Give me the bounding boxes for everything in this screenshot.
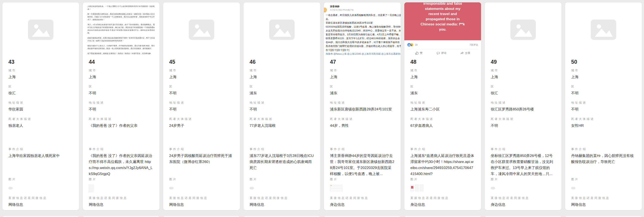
field-label-address: 地址描述 [250,101,314,105]
next-row-card[interactable] [404,216,481,217]
field-label-image: 图片 [250,177,314,181]
field-value-address: 浦东新区唐镇创新西路28弄24号101室 [330,106,395,112]
card-fields: 49 城市上海 区徐汇 地址描述徐汇区罗秀路850弄26号楼 死者大体描述不明 … [485,59,562,208]
weibo-mentions: 海发布 @News上海 @上海12345 @上海市市民信箱 @上海市志愿者协会 [326,52,401,56]
image-placeholder-icon [591,19,616,40]
field-label-direct: 直接信息还是间接信息 [89,196,154,200]
record-card-43[interactable]: 43 城市上海 区徐汇 地址描述华欣家园 死者大体描述独居老人 事件介绍上海华欣… [2,2,79,210]
field-label-city: 城市 [250,68,314,72]
next-row-card[interactable] [2,216,79,217]
next-row-card[interactable] [565,216,642,217]
next-row-card[interactable] [163,216,240,217]
image-thumbnail [8,187,13,190]
field-label-deceased: 死者大体描述 [8,117,73,121]
record-card-49[interactable]: 49 城市上海 区徐汇 地址描述徐汇区罗秀路850弄26号楼 死者大体描述不明 … [484,2,562,210]
field-label-district: 区 [8,85,73,88]
field-value-direct: 身边信息 [491,202,556,208]
post-reactions-row: 19 7条评论 [404,40,481,49]
field-value-city: 上海 [330,74,395,80]
field-value-event: 24岁男子因核酸而延误治疗而猝死于浦东医院（微博@红茶260） [169,153,234,165]
field-label-image: 图片 [410,177,475,181]
next-row-card[interactable] [82,216,160,217]
image-thumbnail [420,185,423,192]
record-number: 49 [491,59,556,68]
record-card-45[interactable]: 45 城市上海 区不明 地址描述不明 死者大体描述24岁男子 事件介绍24岁男子… [163,2,240,210]
field-label-deceased: 死者大体描述 [571,117,636,121]
field-value-direct: 网络信息 [89,202,154,208]
field-label-deceased: 死者大体描述 [491,117,556,121]
field-label-city: 城市 [89,68,154,72]
card-cover-weibo-screenshot: 茶香禅静 4-2 02:31 来自 iPhone客户端 一名志愿者，昨日我投入路… [324,2,401,57]
field-label-deceased: 死者大体描述 [330,117,395,121]
image-thumbnail [491,187,495,190]
field-value-deceased: 独居老人 [8,123,73,129]
field-label-city: 城市 [169,68,234,72]
field-value-deceased: 44岁，男性 [330,123,395,129]
weibo-username: 茶香禅静 [330,5,401,8]
field-value-deceased: 77岁老人沈瑞根 [250,123,314,129]
image-thumbnail [169,187,174,190]
field-label-event: 事件介绍 [571,147,636,151]
record-card-50[interactable]: 50 城市上海 区不明 地址描述不明 死者大体描述女性HR 事件介绍丹纳赫集团的… [565,2,642,210]
comment-count: 7条评论 [470,43,478,46]
field-value-address: 华欣家园 [8,106,73,112]
card-fields: 46 城市上海 区浦东 地址描述不明 死者大体描述77岁老人沈瑞根 事件介绍浦东… [244,59,320,208]
field-label-address: 地址描述 [330,101,395,105]
gallery-row: 43 城市上海 区徐汇 地址描述华欣家园 死者大体描述独居老人 事件介绍上海华欣… [2,2,642,210]
next-row-card[interactable] [243,216,320,217]
field-label-image: 图片 [330,177,395,181]
card-cover [163,2,240,57]
field-value-direct: 身边信息 [330,202,395,208]
next-row-card[interactable] [484,216,562,217]
field-label-deceased: 死者大体描述 [89,117,154,121]
record-card-48[interactable]: irresponsible and falsestatements about … [404,2,481,210]
field-label-city: 城市 [330,68,395,72]
field-value-district: 不明 [169,90,234,96]
field-label-image: 图片 [491,177,556,181]
field-value-deceased: 67岁血透病人 [410,123,475,129]
record-number: 46 [250,59,314,68]
field-value-district: 徐汇 [491,90,556,96]
image-placeholder-icon [189,19,214,40]
card-cover [485,2,562,57]
field-value-address: 不明 [250,106,314,112]
field-value-district: 不明 [89,90,154,96]
card-cover [565,2,642,57]
field-label-deceased: 死者大体描述 [169,117,234,121]
image-thumbnail [410,185,414,192]
card-cover-article-screenshot: 人都没有这样的机会。一个病人需要几十个人的同时帮助和关怀才有可能获得一丝的机会！… [83,2,160,57]
record-card-47[interactable]: 茶香禅静 4-2 02:31 来自 iPhone客户端 一名志愿者，昨日我投入路… [324,2,401,210]
field-label-deceased: 死者大体描述 [410,117,475,121]
record-card-46[interactable]: 46 城市上海 区浦东 地址描述不明 死者大体描述77岁老人沈瑞根 事件介绍浦东… [243,2,320,210]
card-cover-post-screenshot: irresponsible and falsestatements about … [404,2,481,57]
field-value-city: 上海 [250,74,314,80]
field-label-address: 地址描述 [571,101,636,105]
next-gallery-row [2,216,642,217]
field-value-city: 上海 [491,74,556,80]
share-icon [460,51,464,55]
field-value-district: 浦东 [330,90,395,96]
next-row-card[interactable] [324,216,401,217]
field-value-district: 不明 [571,90,636,96]
field-value-direct: 网络信息 [8,202,73,208]
card-fields: 48 城市上海 区浦东 地址描述上海浦东寿二小区 死者大体描述67岁血透病人 事… [404,59,481,208]
image-placeholder-icon [28,19,54,40]
field-label-direct: 直接信息还是间接信息 [410,196,475,200]
field-label-address: 地址描述 [169,101,234,105]
field-label-district: 区 [571,85,636,88]
field-value-district: 浦东 [250,90,314,96]
avatar [324,7,327,12]
field-label-direct: 直接信息还是间接信息 [250,196,314,200]
field-label-deceased: 死者大体描述 [250,117,314,121]
field-label-direct: 直接信息还是间接信息 [8,196,73,200]
field-value-address: 不明 [89,106,154,112]
field-value-event: 上海华欣家园独居老人饿死家中 [8,153,73,159]
field-label-address: 地址描述 [8,101,73,105]
field-value-city: 上海 [89,74,154,80]
field-label-address: 地址描述 [491,101,556,105]
field-value-deceased: 24岁男子 [169,123,234,129]
field-label-direct: 直接信息还是间接信息 [491,196,556,200]
record-card-44[interactable]: 人都没有这样的机会。一个病人需要几十个人的同时帮助和关怀才有可能获得一丝的机会！… [82,2,160,210]
field-value-address: 徐汇区罗秀路850弄26号楼 [491,106,556,112]
field-value-event: 上海浦东*血透病人延误治疗致死且遗体滞留家中约30小时！https://shar… [410,153,475,177]
